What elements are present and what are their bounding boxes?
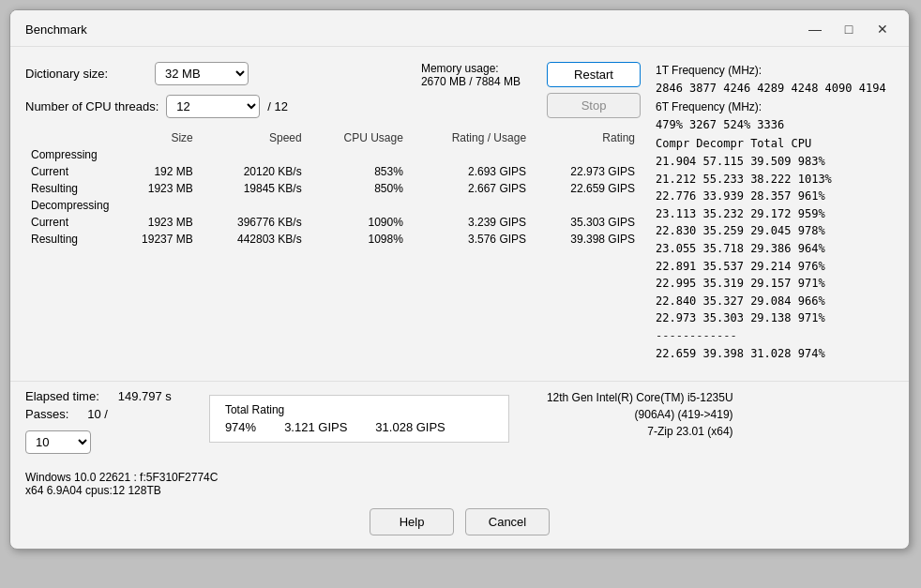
row-speed: 20120 KB/s — [199, 163, 308, 180]
decompressing-label: Decompressing — [25, 197, 641, 214]
cpu-version: 7-Zip 23.01 (x64) — [547, 423, 733, 440]
row-label: Resulting — [25, 180, 109, 197]
maximize-button[interactable]: □ — [834, 18, 864, 40]
freq6t-label: 6T Frequency (MHz): — [656, 98, 894, 116]
memory-label: Memory usage: — [421, 62, 521, 75]
passes-value: 10 / — [87, 407, 108, 421]
bottom-section: Elapsed time: 149.797 s Passes: 10 / 10 … — [10, 381, 909, 465]
arch-info: x64 6.9A04 cpus:12 128TB — [25, 484, 218, 497]
compressing-label: Compressing — [25, 146, 641, 163]
freq6t-section: 6T Frequency (MHz): 479% 3267 524% 3336 — [656, 98, 894, 133]
row-cpu: 1098% — [308, 231, 409, 248]
total-rating-cpu: 974% — [225, 420, 256, 434]
cancel-button[interactable]: Cancel — [465, 508, 550, 535]
action-buttons: Restart Stop — [547, 62, 641, 118]
perf-row-5: 23.055 35.718 29.386 964% — [656, 240, 894, 258]
row-speed: 442803 KB/s — [199, 231, 308, 248]
row-cpu: 1090% — [308, 214, 409, 231]
titlebar: Benchmark — □ ✕ — [10, 10, 909, 47]
row-size: 1923 MB — [109, 214, 199, 231]
perf-row-6: 22.891 35.537 29.214 976% — [656, 258, 894, 276]
col-header-size: Size — [109, 129, 199, 146]
row-rating: 39.398 GIPS — [532, 231, 641, 248]
freq1t-section: 1T Frequency (MHz): 2846 3877 4246 4289 … — [656, 62, 894, 97]
perf-row-4: 22.830 35.259 29.045 978% — [656, 222, 894, 240]
perf-row-3: 23.113 35.232 29.172 959% — [656, 205, 894, 223]
row-rating-usage: 3.239 GIPS — [409, 214, 532, 231]
col-header-cpu: CPU Usage — [308, 129, 409, 146]
table-row: Resulting 19237 MB 442803 KB/s 1098% 3.5… — [25, 231, 641, 248]
perf-row-9: 22.973 35.303 29.138 971% — [656, 309, 894, 327]
dict-size-label: Dictionary size: — [25, 67, 147, 81]
total-rating-values: 974% 3.121 GIPS 31.028 GIPS — [225, 420, 493, 434]
row-rating: 22.659 GIPS — [532, 180, 641, 197]
separator-line: ------------ — [656, 327, 894, 345]
row-speed: 19845 KB/s — [199, 180, 308, 197]
threads-row: Number of CPU threads: 12 / 12 — [25, 95, 402, 118]
windows-info: Windows 10.0 22621 : f:5F310F2774C — [25, 471, 218, 484]
elapsed-time-label: Elapsed time: — [25, 389, 99, 403]
perf-row-2: 22.776 33.939 28.357 961% — [656, 188, 894, 205]
row-cpu: 850% — [308, 180, 409, 197]
total-rating-gips2: 31.028 GIPS — [375, 420, 445, 434]
freq6t-values: 479% 3267 524% 3336 — [656, 116, 894, 134]
cpu-line2: (906A4) (419->419) — [547, 406, 733, 423]
col-header-rating-usage: Rating / Usage — [409, 129, 532, 146]
col-header-name — [25, 129, 109, 146]
results-table: Size Speed CPU Usage Rating / Usage Rati… — [25, 129, 641, 248]
passes-label: Passes: — [25, 407, 68, 421]
table-row: Current 192 MB 20120 KB/s 853% 2.693 GIP… — [25, 163, 641, 180]
form-fields: Dictionary size: 32 MB Number of CPU thr… — [25, 62, 402, 118]
perf-row-1: 21.212 55.233 38.222 1013% — [656, 171, 894, 188]
row-rating: 35.303 GIPS — [532, 214, 641, 231]
threads-select[interactable]: 12 — [166, 95, 260, 118]
footer-buttons: Help Cancel — [10, 501, 909, 549]
benchmark-window: Benchmark — □ ✕ Dictionary size: 32 MB — [9, 9, 910, 550]
help-button[interactable]: Help — [370, 508, 454, 535]
system-info-row: Windows 10.0 22621 : f:5F310F2774C x64 6… — [10, 465, 909, 501]
restart-button[interactable]: Restart — [547, 62, 641, 87]
row-cpu: 853% — [308, 163, 409, 180]
row-label: Current — [25, 163, 109, 180]
total-rating-box: Total Rating 974% 3.121 GIPS 31.028 GIPS — [209, 395, 509, 443]
perf-row-8: 22.840 35.327 29.084 966% — [656, 293, 894, 310]
row-speed: 396776 KB/s — [199, 214, 308, 231]
table-row: Resulting 1923 MB 19845 KB/s 850% 2.667 … — [25, 180, 641, 197]
cpu-line1: 12th Gen Intel(R) Core(TM) i5-1235U — [547, 389, 733, 406]
table-row: Current 1923 MB 396776 KB/s 1090% 3.239 … — [25, 214, 641, 231]
memory-value: 2670 MB / 7884 MB — [421, 75, 521, 88]
row-size: 192 MB — [109, 163, 199, 180]
main-content: Dictionary size: 32 MB Number of CPU thr… — [10, 47, 909, 377]
row-size: 1923 MB — [109, 180, 199, 197]
row-size: 19237 MB — [109, 231, 199, 248]
threads-label: Number of CPU threads: — [25, 99, 159, 113]
freq1t-label: 1T Frequency (MHz): — [656, 62, 894, 80]
passes-select[interactable]: 10 — [25, 430, 91, 454]
titlebar-controls: — □ ✕ — [800, 18, 898, 40]
row-rating: 22.973 GIPS — [532, 163, 641, 180]
total-rating-gips1: 3.121 GIPS — [284, 420, 347, 434]
right-panel: 1T Frequency (MHz): 2846 3877 4246 4289 … — [641, 62, 894, 362]
threads-suffix: / 12 — [267, 99, 288, 113]
total-rating-title: Total Rating — [225, 403, 493, 416]
system-info-left: Windows 10.0 22621 : f:5F310F2774C x64 6… — [25, 471, 218, 497]
col-header-speed: Speed — [199, 129, 308, 146]
dict-size-select[interactable]: 32 MB — [155, 62, 249, 85]
memory-block: Memory usage: 2670 MB / 7884 MB — [421, 62, 521, 88]
perf-row-0: 21.904 57.115 39.509 983% — [656, 153, 894, 171]
elapsed-block: Elapsed time: 149.797 s Passes: 10 / 10 — [25, 389, 172, 454]
dict-size-row: Dictionary size: 32 MB — [25, 62, 402, 85]
window-title: Benchmark — [25, 23, 87, 37]
total-line: 22.659 39.398 31.028 974% — [656, 345, 894, 363]
close-button[interactable]: ✕ — [868, 18, 898, 40]
freq1t-values: 2846 3877 4246 4289 4248 4090 4194 — [656, 80, 894, 98]
row-label: Current — [25, 214, 109, 231]
col-header-rating: Rating — [532, 129, 641, 146]
stop-button[interactable]: Stop — [547, 93, 641, 118]
top-form-row: Dictionary size: 32 MB Number of CPU thr… — [25, 62, 641, 118]
row-rating-usage: 3.576 GIPS — [409, 231, 532, 248]
perf-row-7: 22.995 35.319 29.157 971% — [656, 275, 894, 293]
minimize-button[interactable]: — — [800, 18, 830, 40]
cpu-info: 12th Gen Intel(R) Core(TM) i5-1235U (906… — [547, 389, 733, 440]
row-rating-usage: 2.693 GIPS — [409, 163, 532, 180]
